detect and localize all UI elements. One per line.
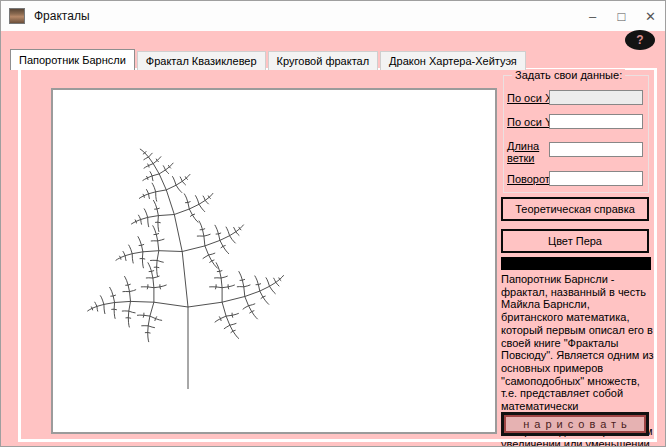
group-title: Задать свои данные: bbox=[512, 69, 625, 81]
pen-color-swatch bbox=[501, 257, 651, 270]
axis-y-label: По оси Y bbox=[507, 116, 552, 128]
barnsley-fern-drawing bbox=[53, 90, 495, 432]
tab-barnsley-fern[interactable]: Папоротник Барнсли bbox=[10, 49, 135, 70]
tab-quasiclover[interactable]: Фрактал Квазиклевер bbox=[137, 51, 266, 70]
close-icon[interactable]: ✕ bbox=[636, 1, 665, 31]
branch-length-label: Длина ветки bbox=[507, 140, 547, 164]
draw-button[interactable]: нарисовать bbox=[501, 412, 649, 436]
pen-color-button[interactable]: Цвет Пера bbox=[501, 229, 649, 253]
window-controls: – □ ✕ bbox=[578, 1, 665, 31]
theory-reference-button[interactable]: Теоретическая справка bbox=[501, 197, 649, 221]
minimize-icon[interactable]: – bbox=[578, 1, 607, 31]
tab-harter-heighway-dragon[interactable]: Дракон Хартера-Хейтуэя bbox=[380, 51, 526, 70]
help-button[interactable]: ? bbox=[625, 30, 655, 50]
maximize-icon[interactable]: □ bbox=[607, 1, 636, 31]
fractal-canvas[interactable] bbox=[51, 88, 497, 434]
tab-strip: Папоротник Барнсли Фрактал Квазиклевер К… bbox=[10, 49, 528, 70]
axis-x-label: По оси X bbox=[507, 92, 552, 104]
axis-y-input[interactable] bbox=[549, 114, 643, 129]
draw-button-label: нарисовать bbox=[504, 415, 646, 433]
app-window: Фракталы – □ ✕ ? Папоротник Барнсли Фрак… bbox=[0, 0, 666, 447]
window-title: Фракталы bbox=[34, 9, 90, 23]
axis-x-input[interactable] bbox=[549, 90, 643, 105]
title-bar: Фракталы – □ ✕ bbox=[1, 1, 665, 31]
branch-length-input[interactable] bbox=[549, 142, 643, 157]
rotation-label: Поворот bbox=[507, 173, 550, 185]
app-icon bbox=[9, 8, 25, 24]
tab-circle-fractal[interactable]: Круговой фрактал bbox=[268, 51, 379, 70]
rotation-input[interactable] bbox=[549, 171, 643, 186]
